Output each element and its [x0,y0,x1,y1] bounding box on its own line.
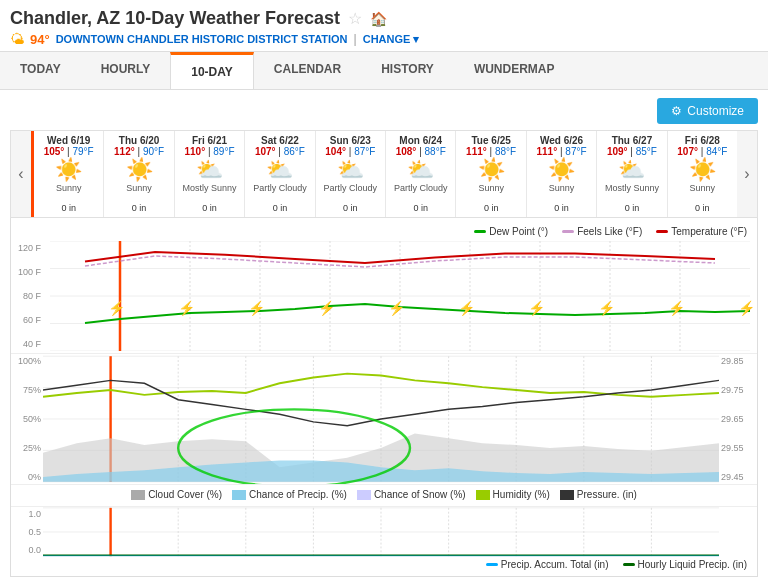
legend-item: Humidity (%) [476,489,550,500]
tab-history[interactable]: HISTORY [361,52,454,89]
tab-today[interactable]: TODAY [0,52,81,89]
temp-chart-svg: ⚡ ⚡ ⚡ ⚡ ⚡ ⚡ ⚡ ⚡ ⚡ ⚡ [43,241,757,351]
legend-feels-like: Feels Like (°F) [562,226,642,237]
day-desc: Sunny [529,183,594,203]
precip-axis-spacer [719,507,757,557]
days-container: Wed 6/19 105° | 79°F ☀️ Sunny 0 in Thu 6… [31,131,737,217]
legend-item: Chance of Snow (%) [357,489,466,500]
day-temps: 107° | 84°F [670,146,735,157]
day-icon: ⛅ [318,157,383,183]
humidity-chart-wrapper: 100% 75% 50% 25% 0% [11,353,757,484]
day-date: Tue 6/25 [458,135,523,146]
day-precip: 0 in [36,203,101,213]
precip-chart-wrapper: 1.0 0.5 0.0 [11,506,757,557]
dew-point-color [474,230,486,233]
prev-arrow-button[interactable]: ‹ [11,131,31,217]
legend-temperature: Temperature (°F) [656,226,747,237]
day-low: 88°F [425,146,446,157]
day-high: 110° [184,146,205,157]
subtitle-row: 🌤 94° DOWNTOWN CHANDLER HISTORIC DISTRIC… [10,31,758,47]
day-desc: Sunny [106,183,171,203]
day-desc: Partly Cloudy [388,183,453,203]
temp-yaxis: 120 F 100 F 80 F 60 F 40 F [11,241,43,351]
day-low: 85°F [636,146,657,157]
customize-row: ⚙ Customize [10,98,758,124]
day-icon: ☀️ [529,157,594,183]
day-temps: 111° | 87°F [529,146,594,157]
day-col-2[interactable]: Fri 6/21 110° | 89°F ⛅ Mostly Sunny 0 in [175,131,245,217]
humidity-chart-container: 29.85 29.75 29.65 29.55 29.45 [43,354,719,484]
precip-legend-dot [486,563,498,566]
day-precip: 0 in [177,203,242,213]
day-col-9[interactable]: Fri 6/28 107° | 84°F ☀️ Sunny 0 in [668,131,737,217]
day-col-4[interactable]: Sun 6/23 104° | 87°F ⛅ Partly Cloudy 0 i… [316,131,386,217]
precip-yaxis: 1.0 0.5 0.0 [11,507,43,557]
day-precip: 0 in [458,203,523,213]
day-high: 112° [114,146,135,157]
day-precip: 0 in [106,203,171,213]
day-desc: Mostly Sunny [599,183,664,203]
day-icon: ⛅ [599,157,664,183]
day-date: Mon 6/24 [388,135,453,146]
customize-button[interactable]: ⚙ Customize [657,98,758,124]
day-col-7[interactable]: Wed 6/26 111° | 87°F ☀️ Sunny 0 in [527,131,597,217]
day-high: 107° [677,146,698,157]
change-link[interactable]: CHANGE ▾ [363,33,420,46]
sun-small-icon: 🌤 [10,31,24,47]
day-col-0[interactable]: Wed 6/19 105° | 79°F ☀️ Sunny 0 in [31,131,104,217]
svg-text:⚡: ⚡ [108,300,126,317]
header: Chandler, AZ 10-Day Weather Forecast ☆ 🏠… [0,0,768,52]
day-col-8[interactable]: Thu 6/27 109° | 85°F ⛅ Mostly Sunny 0 in [597,131,667,217]
feels-like-color [562,230,574,233]
day-icon: ☀️ [458,157,523,183]
bottom-legend: Cloud Cover (%)Chance of Precip. (%)Chan… [11,484,757,504]
pressure-yaxis: 29.85 29.75 29.65 29.55 29.45 [719,354,757,484]
day-col-1[interactable]: Thu 6/20 112° | 90°F ☀️ Sunny 0 in [104,131,174,217]
day-col-5[interactable]: Mon 6/24 108° | 88°F ⛅ Partly Cloudy 0 i… [386,131,456,217]
day-date: Thu 6/27 [599,135,664,146]
day-high: 108° [396,146,417,157]
day-icon: ☀️ [36,157,101,183]
tab-hourly[interactable]: HOURLY [81,52,171,89]
day-desc: Mostly Sunny [177,183,242,203]
precip-chart-svg [43,507,719,557]
star-icon[interactable]: ☆ [348,9,362,28]
legend-dew-point: Dew Point (°) [474,226,548,237]
day-icon: ⛅ [388,157,453,183]
svg-text:⚡: ⚡ [528,300,546,317]
day-temps: 111° | 88°F [458,146,523,157]
day-date: Fri 6/21 [177,135,242,146]
temp-chart-svg-container: ⚡ ⚡ ⚡ ⚡ ⚡ ⚡ ⚡ ⚡ ⚡ ⚡ [43,241,757,351]
day-low: 88°F [495,146,516,157]
day-desc: Partly Cloudy [247,183,312,203]
next-arrow-button[interactable]: › [737,131,757,217]
precip-chart-container [43,507,719,557]
day-precip: 0 in [670,203,735,213]
day-low: 87°F [565,146,586,157]
day-temps: 107° | 86°F [247,146,312,157]
temp-legend: Dew Point (°) Feels Like (°F) Temperatur… [11,222,757,241]
day-icon: ☀️ [106,157,171,183]
divider: | [354,32,357,46]
day-icon: ☀️ [670,157,735,183]
tab-calendar[interactable]: CALENDAR [254,52,361,89]
legend-item: Chance of Precip. (%) [232,489,347,500]
home-icon[interactable]: 🏠 [370,11,387,27]
svg-marker-57 [43,556,719,557]
day-col-3[interactable]: Sat 6/22 107° | 86°F ⛅ Partly Cloudy 0 i… [245,131,315,217]
day-precip: 0 in [388,203,453,213]
station-link[interactable]: DOWNTOWN CHANDLER HISTORIC DISTRICT STAT… [56,33,348,45]
day-temps: 104° | 87°F [318,146,383,157]
tab-wundermap[interactable]: WUNDERMAP [454,52,575,89]
svg-text:⚡: ⚡ [388,300,406,317]
day-desc: Sunny [458,183,523,203]
legend-swatch [560,490,574,500]
day-low: 89°F [213,146,234,157]
tab-10day[interactable]: 10-DAY [170,52,254,89]
day-high: 105° [44,146,65,157]
legend-swatch [131,490,145,500]
day-temps: 112° | 90°F [106,146,171,157]
day-col-6[interactable]: Tue 6/25 111° | 88°F ☀️ Sunny 0 in [456,131,526,217]
humidity-chart-svg [43,354,719,484]
svg-text:⚡: ⚡ [738,300,756,317]
